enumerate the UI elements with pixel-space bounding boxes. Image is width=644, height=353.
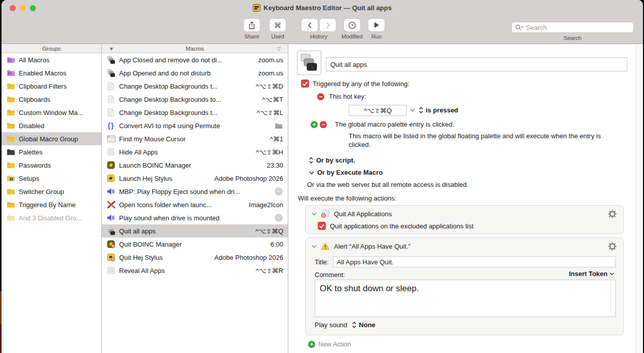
macro-row[interactable]: Quit Hej StylusAdobe Photoshop 2026 (102, 251, 288, 264)
action-title: Alert “All Apps Have Quit.” (334, 243, 410, 250)
excluded-apps-checkbox[interactable] (318, 222, 326, 230)
hotkey-label: This hot key: (329, 93, 366, 100)
new-action-button[interactable]: + New Action (308, 340, 351, 348)
triggered-checkbox[interactable] (301, 80, 309, 88)
window-title: Keyboard Maestro Editor — Quit all apps (263, 4, 392, 12)
hej-quit-icon (106, 253, 116, 262)
group-row[interactable]: Disabled (2, 119, 101, 132)
triggered-label: Triggered by any of the following: (313, 80, 409, 88)
used-button[interactable]: ⌘ (269, 18, 286, 32)
macro-row[interactable]: Launch Hej StylusAdobe Photoshop 2026 (102, 172, 288, 185)
action-quit-all-applications[interactable]: Quit All Applications Quit applic (305, 205, 624, 234)
macro-icon-well[interactable] (297, 51, 321, 75)
share-button[interactable] (243, 18, 260, 32)
braces-icon: {} (106, 122, 116, 130)
hotkey-dropdown-chevron-icon[interactable] (410, 108, 415, 112)
macro-row[interactable]: App Opened and do not disturbzoom.us (102, 66, 288, 80)
macro-name: Change Desktop Backgrounds to... (119, 96, 221, 103)
macro-row[interactable]: Change Desktop Backgrounds t...^⌥⇧⌘L (102, 106, 288, 119)
share-icon (248, 21, 255, 29)
group-row[interactable]: All Macros (2, 53, 101, 66)
folder-icon (6, 187, 15, 196)
updown-chevrons-icon[interactable] (419, 107, 423, 113)
updown-chevrons-icon[interactable] (309, 157, 313, 164)
history-forward-button[interactable] (319, 18, 336, 32)
groups-header[interactable]: Groups (2, 45, 101, 53)
group-row[interactable]: Palettes (2, 145, 101, 159)
sound-select[interactable]: None (352, 321, 375, 329)
modified-button[interactable] (344, 18, 361, 32)
group-row[interactable]: Global Macro Group (2, 132, 101, 145)
clock-icon (348, 21, 356, 29)
group-row[interactable]: Clipboards (2, 93, 101, 106)
document-icon (106, 95, 116, 104)
group-row[interactable]: Setups (2, 172, 101, 185)
run-button[interactable] (368, 18, 385, 32)
macro-row[interactable]: Launch BOINC Manager23:30 (102, 159, 288, 172)
add-trigger-button[interactable]: + (311, 121, 318, 128)
macro-name: Find my Mouse Cursor (119, 135, 185, 143)
macro-name: Quit BOINC Manager (119, 241, 182, 248)
check-icon (302, 82, 308, 86)
speaker-icon (106, 214, 116, 222)
macro-row[interactable]: Change Desktop Backgrounds to...^⌥⌘T (102, 93, 288, 106)
document-icon (106, 82, 116, 91)
run-label: Run (371, 33, 382, 40)
macro-row[interactable]: MBP: Play Floppy Eject sound when dri... (102, 185, 288, 198)
macro-shortcut: 23:30 (267, 162, 283, 169)
comment-textarea[interactable]: OK to shut down or sleep. (315, 280, 616, 317)
group-row[interactable]: Clipboard Filters (2, 80, 101, 93)
collapse-chevron-icon[interactable] (312, 244, 317, 248)
group-row[interactable]: Triggered By Name (2, 198, 101, 211)
smart-folder-icon (6, 69, 15, 77)
remove-trigger-button[interactable]: − (317, 93, 324, 100)
or-by-script-label[interactable]: Or by script. (316, 156, 355, 164)
macro-row[interactable]: Quit all apps^⌥⇧⌘Q (102, 224, 288, 238)
action-alert[interactable]: Alert “All Apps Have Quit.” Title: All A… (305, 238, 624, 335)
group-label: Triggered By Name (19, 201, 75, 209)
macro-name: Quit Hej Stylus (119, 254, 163, 261)
macro-row[interactable]: Play sound when drive is mounted (102, 211, 288, 224)
macro-row[interactable]: Open Icons folder when launc...Image2Ico… (102, 198, 288, 211)
macro-name: Launch BOINC Manager (119, 162, 191, 169)
group-row[interactable]: Switcher Group (2, 185, 101, 198)
group-row[interactable]: And 3 Disabled Gro... (2, 211, 101, 224)
remove-trigger-button[interactable]: − (320, 121, 327, 128)
macro-name: Launch Hej Stylus (119, 175, 172, 182)
palette-trigger-description: This macro will be listed in the global … (349, 132, 615, 149)
macro-row[interactable]: App Closed and remove do not di...zoom.u… (102, 53, 288, 66)
action-gear-icon[interactable] (608, 242, 617, 251)
excluded-apps-label: Quit applications on the excluded applic… (330, 222, 473, 230)
macro-row[interactable]: Change Desktop Backgrounds t...^⌥⇧⌘D (102, 80, 288, 93)
sort-triangle-icon[interactable]: ▽ (277, 46, 281, 52)
history-back-button[interactable] (301, 18, 318, 32)
insert-token-button[interactable]: Insert Token (569, 270, 608, 278)
macro-row[interactable]: Quit BOINC Manager6:00 (102, 238, 288, 251)
toolbar: Share ⌘ Used History (2, 16, 643, 44)
macro-row[interactable]: Reveal All Apps^⌥⇧⌘R (102, 264, 288, 277)
macro-name-field[interactable]: Quit all apps (326, 57, 627, 71)
macro-row[interactable]: Find my Mouse Cursor^⌘1 (102, 132, 288, 145)
group-row[interactable]: Passwords (2, 159, 101, 172)
macro-row[interactable]: Hide All Apps^⌥⇧⌘H (102, 145, 288, 159)
macro-name: App Opened and do not disturb (119, 69, 211, 77)
chevron-down-icon[interactable] (309, 171, 314, 175)
group-row[interactable]: Enabled Macros (2, 66, 101, 80)
action-gear-icon[interactable] (608, 209, 617, 219)
macros-header[interactable]: ▼ Macros ▽ (102, 45, 288, 53)
or-by-execute-macro-label[interactable]: Or by Execute Macro (317, 169, 383, 176)
updown-chevrons-icon (352, 322, 356, 328)
macro-row[interactable]: {}Convert AVI to mp4 using Permute (102, 119, 288, 132)
hotkey-pressed-label[interactable]: is pressed (426, 106, 458, 114)
detail-scrollbar[interactable] (635, 45, 643, 353)
macro-shortcut: ^⌥⇧⌘D (256, 83, 283, 90)
used-label: Used (271, 33, 284, 40)
collapse-chevron-icon[interactable] (312, 212, 317, 216)
hotkey-field[interactable]: ^⌥⇧⌘Q (349, 105, 407, 116)
group-row[interactable]: Custom Window Ma... (2, 106, 101, 119)
search-input[interactable]: Search (511, 22, 634, 33)
folder-icon (6, 95, 15, 104)
alert-title-field[interactable]: All Apps Have Quit. (333, 256, 616, 267)
filter-triangle-icon[interactable]: ▼ (109, 46, 114, 52)
will-execute-label: Will execute the following actions: (298, 194, 396, 202)
